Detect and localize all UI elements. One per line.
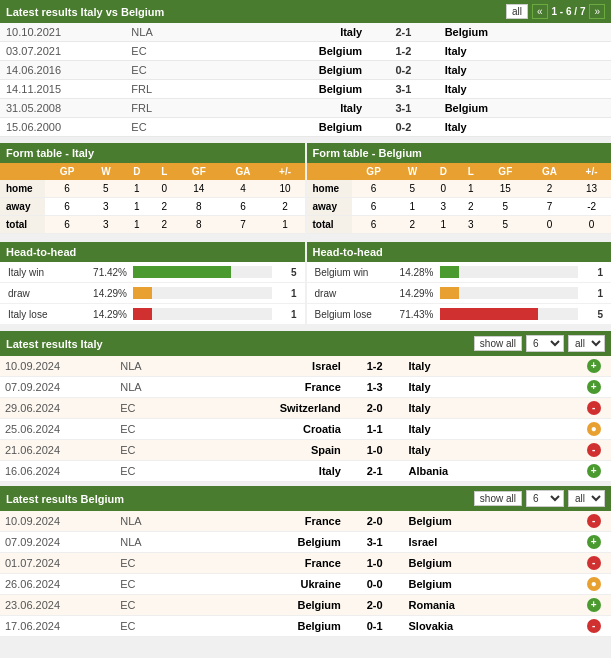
latest-italy-comp-select[interactable]: all <box>568 335 605 352</box>
result-row: 10.09.2024 NLA France 2-0 Belgium - <box>0 511 611 532</box>
latest-italy-num-select[interactable]: 61020 <box>526 335 564 352</box>
form-gp: 6 <box>45 198 89 216</box>
stat-bar-container <box>440 308 579 320</box>
stat-bar-container <box>133 266 272 278</box>
result-score: 0-0 <box>346 574 404 595</box>
latest-italy-title: Latest results Italy <box>6 338 103 350</box>
h2h-next-button[interactable]: » <box>589 4 605 19</box>
match-comp: EC <box>125 118 196 137</box>
form-l: 0 <box>151 180 177 198</box>
result-away: Israel <box>403 532 576 553</box>
indicator-icon: + <box>587 464 601 478</box>
indicator-icon: - <box>587 619 601 633</box>
form-w: 3 <box>89 216 122 234</box>
form-ga: 2 <box>527 180 572 198</box>
result-score: 1-2 <box>346 356 404 377</box>
result-comp: NLA <box>115 377 173 398</box>
latest-italy-controls: show all 61020 all <box>474 335 605 352</box>
h2h-belgium-header: Head-to-head <box>307 242 612 262</box>
match-score: 0-2 <box>368 61 439 80</box>
stat-bar <box>440 308 538 320</box>
stat-row: Belgium lose 71.43% 5 <box>307 304 612 325</box>
match-date: 31.05.2008 <box>0 99 125 118</box>
result-indicator: + <box>576 356 611 377</box>
result-home: Israel <box>173 356 346 377</box>
stat-label: Belgium lose <box>315 309 395 320</box>
stat-count: 1 <box>272 309 297 320</box>
result-score: 1-1 <box>346 419 404 440</box>
result-home: Ukraine <box>173 574 346 595</box>
latest-belgium-comp-select[interactable]: all <box>568 490 605 507</box>
indicator-icon: ● <box>587 422 601 436</box>
form-row-label: total <box>0 216 45 234</box>
result-comp: NLA <box>115 511 173 532</box>
stat-row: Italy lose 14.29% 1 <box>0 304 305 325</box>
h2h-all-button[interactable]: all <box>506 4 528 19</box>
form-d: 1 <box>429 216 458 234</box>
stat-count: 1 <box>272 288 297 299</box>
result-comp: EC <box>115 440 173 461</box>
h2h-prev-button[interactable]: « <box>532 4 548 19</box>
stat-pct: 71.43% <box>395 309 440 320</box>
match-comp: NLA <box>125 23 196 42</box>
form-ga: 7 <box>527 198 572 216</box>
form-ga: 6 <box>220 198 265 216</box>
latest-italy-section: Latest results Italy show all 61020 all … <box>0 331 611 482</box>
stat-bar <box>440 266 459 278</box>
result-date: 25.06.2024 <box>0 419 115 440</box>
result-away: Romania <box>403 595 576 616</box>
result-indicator: ● <box>576 419 611 440</box>
stat-label: Italy lose <box>8 309 88 320</box>
form-gp: 6 <box>352 198 396 216</box>
stat-bar <box>440 287 459 299</box>
result-comp: EC <box>115 461 173 482</box>
stat-bar-container <box>133 287 272 299</box>
result-away: Belgium <box>403 511 576 532</box>
result-indicator: ● <box>576 574 611 595</box>
latest-italy-show-all[interactable]: show all <box>474 336 522 351</box>
h2h-italy-title: Head-to-head <box>6 246 76 258</box>
result-score: 3-1 <box>346 532 404 553</box>
result-indicator: - <box>576 616 611 637</box>
form-belgium-col-empty <box>307 163 352 180</box>
h2h-italy-header: Head-to-head <box>0 242 305 262</box>
match-home: Italy <box>196 99 368 118</box>
match-away: Italy <box>439 80 611 99</box>
form-belgium-header: Form table - Belgium <box>307 143 612 163</box>
match-away: Italy <box>439 61 611 80</box>
match-score: 1-2 <box>368 42 439 61</box>
stat-pct: 71.42% <box>88 267 133 278</box>
form-belgium-col-w: W <box>396 163 429 180</box>
form-belgium-col-diff: +/- <box>572 163 611 180</box>
form-belgium-col-gf: GF <box>484 163 527 180</box>
h2h-match-row: 14.06.2016 EC Belgium 0-2 Italy <box>0 61 611 80</box>
match-home: Belgium <box>196 42 368 61</box>
result-date: 26.06.2024 <box>0 574 115 595</box>
latest-belgium-show-all[interactable]: show all <box>474 491 522 506</box>
form-l: 2 <box>458 198 484 216</box>
form-w: 2 <box>396 216 429 234</box>
form-diff: 2 <box>266 198 305 216</box>
match-comp: EC <box>125 61 196 80</box>
latest-belgium-num-select[interactable]: 61020 <box>526 490 564 507</box>
h2h-match-row: 31.05.2008 FRL Italy 3-1 Belgium <box>0 99 611 118</box>
result-score: 1-3 <box>346 377 404 398</box>
form-diff: -2 <box>572 198 611 216</box>
h2h-match-row: 14.11.2015 FRL Belgium 3-1 Italy <box>0 80 611 99</box>
form-belgium-table: GP W D L GF GA +/- home 6 5 0 1 15 2 13 … <box>307 163 612 234</box>
result-date: 16.06.2024 <box>0 461 115 482</box>
stat-label: Belgium win <box>315 267 395 278</box>
result-indicator: - <box>576 511 611 532</box>
result-row: 07.09.2024 NLA Belgium 3-1 Israel + <box>0 532 611 553</box>
latest-belgium-section: Latest results Belgium show all 61020 al… <box>0 486 611 637</box>
result-away: Italy <box>403 377 576 398</box>
result-row: 21.06.2024 EC Spain 1-0 Italy - <box>0 440 611 461</box>
form-row-label: home <box>307 180 352 198</box>
h2h-matches-table: 10.10.2021 NLA Italy 2-1 Belgium 03.07.2… <box>0 23 611 137</box>
form-l: 1 <box>458 180 484 198</box>
match-date: 14.11.2015 <box>0 80 125 99</box>
h2h-stats-section: Head-to-head Italy win 71.42% 5 draw 14.… <box>0 240 611 327</box>
result-row: 25.06.2024 EC Croatia 1-1 Italy ● <box>0 419 611 440</box>
stat-row: draw 14.29% 1 <box>307 283 612 304</box>
form-gf: 8 <box>177 216 220 234</box>
